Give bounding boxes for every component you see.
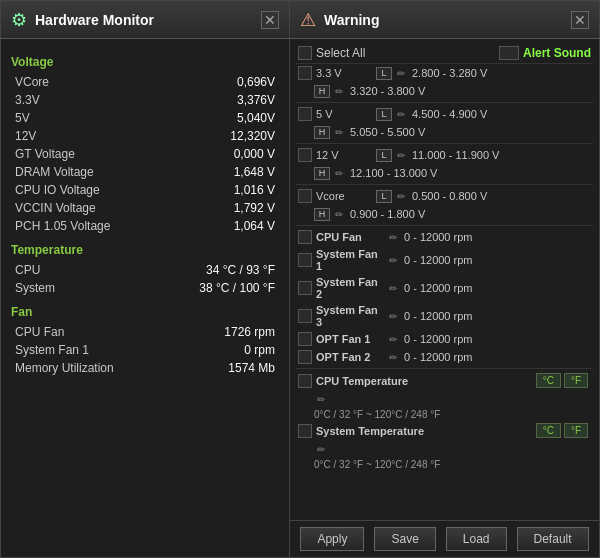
table-row: 3.3V3,376V (11, 91, 279, 109)
sys-temp-checkbox[interactable] (298, 424, 312, 438)
sys-temp-range-text: 0°C / 32 °F ~ 120°C / 248 °F (314, 459, 440, 470)
table-row: System38 °C / 100 °F (11, 279, 279, 297)
right-close-button[interactable]: ✕ (571, 11, 589, 29)
sys-fan3-pencil-icon[interactable]: ✏ (386, 310, 400, 323)
vcore-pencil-icon[interactable]: ✏ (394, 190, 408, 203)
sys-fan2-checkbox[interactable] (298, 281, 312, 295)
dram-voltage-label: DRAM Voltage (15, 165, 94, 179)
select-all-checkbox[interactable] (298, 46, 312, 60)
3v3-checkbox[interactable] (298, 66, 312, 80)
sys-fan3-range: 0 - 12000 rpm (404, 310, 591, 322)
warning-content: Select All Alert Sound 3.3 V L ✏ 2.800 -… (290, 39, 599, 520)
sys-temp-f-button[interactable]: °F (564, 423, 588, 438)
warning-header-row: Select All Alert Sound (296, 43, 593, 64)
sys-fan3-checkbox[interactable] (298, 309, 312, 323)
pch-voltage-value: 1,064 V (234, 219, 275, 233)
sys-fan1-pencil-icon[interactable]: ✏ (386, 254, 400, 267)
vcore-row-label: Vcore (316, 190, 376, 202)
3v3-pencil-icon[interactable]: ✏ (394, 67, 408, 80)
3v3-l-range: 2.800 - 3.280 V (412, 67, 591, 79)
12v-h-range: 12.100 - 13.000 V (350, 167, 591, 179)
sys-fan2-row-label: System Fan 2 (316, 276, 386, 300)
left-panel-content: Voltage VCore0,696V 3.3V3,376V 5V5,040V … (1, 39, 289, 557)
load-button[interactable]: Load (446, 527, 507, 551)
12v-l-button[interactable]: L (376, 149, 392, 162)
3v3-value: 3,376V (237, 93, 275, 107)
apply-button[interactable]: Apply (300, 527, 364, 551)
bottom-bar: Apply Save Load Default (290, 520, 599, 557)
opt-fan2-checkbox[interactable] (298, 350, 312, 364)
table-row: System Fan 10 rpm (11, 341, 279, 359)
opt-fan1-pencil-icon[interactable]: ✏ (386, 333, 400, 346)
vcore-group: Vcore L ✏ 0.500 - 0.800 V H ✏ 0.900 - 1.… (296, 187, 593, 223)
table-row: CPU Fan1726 rpm (11, 323, 279, 341)
12v-value: 12,320V (230, 129, 275, 143)
system-fan1-value: 0 rpm (244, 343, 275, 357)
left-panel: ⚙ Hardware Monitor ✕ Voltage VCore0,696V… (0, 0, 290, 558)
cpu-fan-pencil-icon[interactable]: ✏ (386, 231, 400, 244)
opt-fan2-range: 0 - 12000 rpm (404, 351, 591, 363)
cpu-temp-c-button[interactable]: °C (536, 373, 561, 388)
cpu-fan-checkbox[interactable] (298, 230, 312, 244)
vcore-h-pencil-icon[interactable]: ✏ (332, 208, 346, 221)
sys-fan1-range: 0 - 12000 rpm (404, 254, 591, 266)
opt-fan1-range: 0 - 12000 rpm (404, 333, 591, 345)
12v-h-pencil-icon[interactable]: ✏ (332, 167, 346, 180)
list-item: Vcore L ✏ 0.500 - 0.800 V (296, 187, 593, 205)
5v-l-button[interactable]: L (376, 108, 392, 121)
table-row: 12V12,320V (11, 127, 279, 145)
5v-value: 5,040V (237, 111, 275, 125)
vcore-checkbox[interactable] (298, 189, 312, 203)
table-row: Memory Utilization1574 Mb (11, 359, 279, 377)
3v3-l-button[interactable]: L (376, 67, 392, 80)
right-panel: ⚠ Warning ✕ Select All Alert Sound 3.3 V… (290, 0, 600, 558)
5v-pencil-icon[interactable]: ✏ (394, 108, 408, 121)
list-item: H ✏ 0.900 - 1.800 V (296, 205, 593, 223)
12v-l-range: 11.000 - 11.900 V (412, 149, 591, 161)
5v-checkbox[interactable] (298, 107, 312, 121)
save-button[interactable]: Save (374, 527, 435, 551)
3v3-row-label: 3.3 V (316, 67, 376, 79)
voltage-12v-group: 12 V L ✏ 11.000 - 11.900 V H ✏ 12.100 - … (296, 146, 593, 182)
system-temp-label: System (15, 281, 55, 295)
cpu-io-voltage-value: 1,016 V (234, 183, 275, 197)
dram-voltage-value: 1,648 V (234, 165, 275, 179)
vcore-l-button[interactable]: L (376, 190, 392, 203)
opt-fan2-row-label: OPT Fan 2 (316, 351, 386, 363)
hardware-monitor-icon: ⚙ (11, 9, 27, 31)
memory-util-label: Memory Utilization (15, 361, 114, 375)
gt-voltage-value: 0,000 V (234, 147, 275, 161)
vcore-h-button[interactable]: H (314, 208, 330, 221)
3v3-h-pencil-icon[interactable]: ✏ (332, 85, 346, 98)
gt-voltage-label: GT Voltage (15, 147, 75, 161)
list-item: H ✏ 3.320 - 3.800 V (296, 82, 593, 100)
5v-h-pencil-icon[interactable]: ✏ (332, 126, 346, 139)
vccin-voltage-label: VCCIN Voltage (15, 201, 96, 215)
12v-h-button[interactable]: H (314, 167, 330, 180)
5v-label: 5V (15, 111, 30, 125)
cpu-temp-range: 0°C / 32 °F ~ 120°C / 248 °F (296, 408, 593, 421)
3v3-label: 3.3V (15, 93, 40, 107)
temperature-section-label: Temperature (11, 243, 279, 257)
opt-fan1-checkbox[interactable] (298, 332, 312, 346)
opt-fan2-pencil-icon[interactable]: ✏ (386, 351, 400, 364)
sys-temp-c-button[interactable]: °C (536, 423, 561, 438)
12v-checkbox[interactable] (298, 148, 312, 162)
cpu-fan-range: 0 - 12000 rpm (404, 231, 591, 243)
5v-row-label: 5 V (316, 108, 376, 120)
sys-fan2-pencil-icon[interactable]: ✏ (386, 282, 400, 295)
3v3-h-button[interactable]: H (314, 85, 330, 98)
opt-fan1-row-label: OPT Fan 1 (316, 333, 386, 345)
12v-pencil-icon[interactable]: ✏ (394, 149, 408, 162)
cpu-fan-label: CPU Fan (15, 325, 64, 339)
default-button[interactable]: Default (517, 527, 589, 551)
table-row: CPU34 °C / 93 °F (11, 261, 279, 279)
sys-fan1-checkbox[interactable] (298, 253, 312, 267)
cpu-temp-f-button[interactable]: °F (564, 373, 588, 388)
cpu-temp-pencil-icon[interactable]: ✏ (314, 393, 328, 406)
cpu-temp-checkbox[interactable] (298, 374, 312, 388)
5v-h-button[interactable]: H (314, 126, 330, 139)
sys-temp-pencil-icon[interactable]: ✏ (314, 443, 328, 456)
table-row: GT Voltage0,000 V (11, 145, 279, 163)
left-close-button[interactable]: ✕ (261, 11, 279, 29)
